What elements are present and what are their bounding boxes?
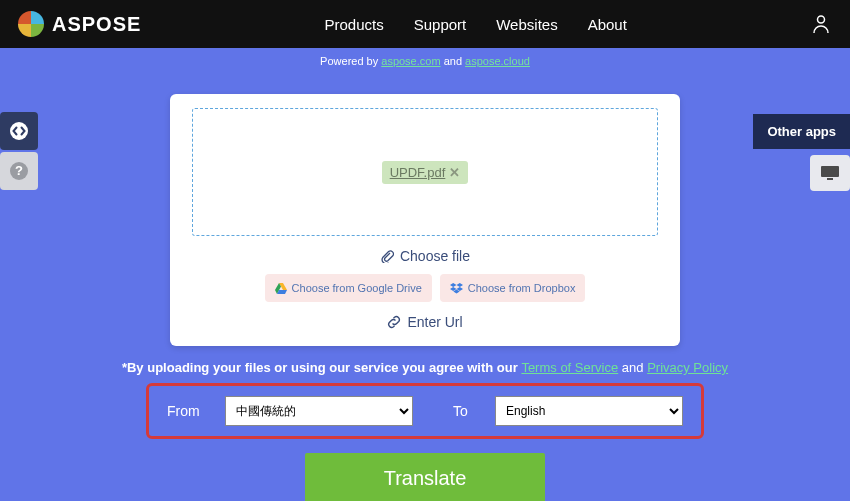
choose-file-label: Choose file [400,248,470,264]
choose-dropbox-button[interactable]: Choose from Dropbox [440,274,586,302]
brand-logo[interactable]: ASPOSE [18,11,141,37]
choose-file-button[interactable]: Choose file [372,244,478,268]
translate-button[interactable]: Translate [305,453,545,501]
powered-mid: and [444,55,465,67]
attachment-icon [380,249,394,263]
privacy-policy-link[interactable]: Privacy Policy [647,360,728,375]
powered-link-aspose-cloud[interactable]: aspose.cloud [465,55,530,67]
uploaded-file-name[interactable]: UPDF.pdf [390,165,446,180]
powered-by-line: Powered by aspose.com and aspose.cloud [0,48,850,74]
code-icon[interactable] [0,112,38,150]
nav-websites[interactable]: Websites [496,16,557,33]
desktop-icon[interactable] [810,155,850,191]
user-account-icon[interactable] [810,13,832,35]
right-side-tools: Other apps [753,114,850,191]
language-selection-panel: From 中國傳統的 To English [146,383,704,439]
enter-url-button[interactable]: Enter Url [379,310,470,334]
dropbox-icon [450,283,463,294]
agreement-line: *By uploading your files or using our se… [0,360,850,375]
brand-text: ASPOSE [52,13,141,36]
choose-google-drive-button[interactable]: Choose from Google Drive [265,274,432,302]
nav-products[interactable]: Products [324,16,383,33]
from-label: From [167,403,207,419]
svg-rect-4 [821,166,839,177]
powered-prefix: Powered by [320,55,381,67]
to-label: To [453,403,477,419]
to-language-select[interactable]: English [495,396,683,426]
enter-url-label: Enter Url [407,314,462,330]
upload-card: UPDF.pdf ✕ Choose file Choose from Googl… [170,94,680,346]
terms-of-service-link[interactable]: Terms of Service [521,360,618,375]
google-drive-icon [275,283,287,294]
uploaded-file-chip: UPDF.pdf ✕ [382,161,469,184]
dropbox-label: Choose from Dropbox [468,282,576,294]
google-drive-label: Choose from Google Drive [292,282,422,294]
svg-text:?: ? [15,163,23,178]
top-header: ASPOSE Products Support Websites About [0,0,850,48]
nav-about[interactable]: About [588,16,627,33]
svg-point-0 [818,16,825,23]
nav-support[interactable]: Support [414,16,467,33]
file-dropzone[interactable]: UPDF.pdf ✕ [192,108,658,236]
help-icon[interactable]: ? [0,152,38,190]
logo-swirl-icon [18,11,44,37]
link-icon [387,315,401,329]
left-side-tools: ? [0,112,38,190]
svg-rect-5 [827,178,833,180]
main-nav: Products Support Websites About [141,16,810,33]
from-language-select[interactable]: 中國傳統的 [225,396,413,426]
other-apps-button[interactable]: Other apps [753,114,850,149]
remove-file-icon[interactable]: ✕ [449,165,460,180]
agreement-and: and [622,360,647,375]
agreement-prefix: *By uploading your files or using our se… [122,360,521,375]
powered-link-aspose-com[interactable]: aspose.com [381,55,440,67]
